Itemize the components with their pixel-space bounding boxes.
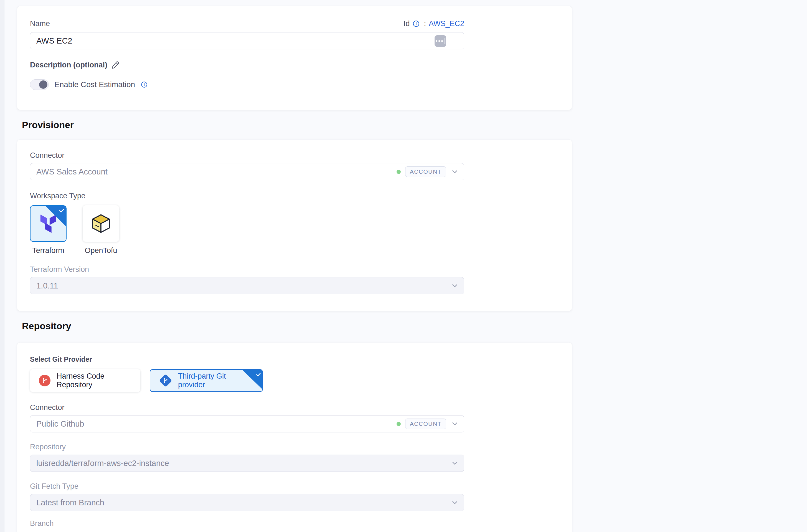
- connector-label: Connector: [30, 151, 464, 159]
- connector-label: Connector: [30, 403, 464, 411]
- provider-third-party-label: Third-party Git provider: [178, 372, 253, 389]
- toggle-knob: [39, 80, 47, 89]
- id-info-icon[interactable]: [412, 20, 420, 27]
- workspace-type-terraform[interactable]: [30, 205, 66, 242]
- chevron-down-icon: [450, 498, 459, 507]
- branch-label: Branch: [30, 519, 464, 527]
- name-input[interactable]: AWS EC2: [30, 32, 464, 50]
- terraform-tile-label: Terraform: [30, 246, 66, 255]
- connector-status-dot: [397, 170, 401, 174]
- workspace-type-label: Workspace Type: [30, 192, 464, 200]
- workspace-config-page: Name Id : AWS_EC2 AWS EC2: [17, 0, 572, 532]
- workspace-details-card: Name Id : AWS_EC2 AWS EC2: [17, 6, 572, 110]
- repository-value: luisredda/terraform-aws-ec2-instance: [36, 459, 169, 468]
- chevron-down-icon: [450, 282, 459, 290]
- repository-card: Select Git Provider Harness Code Reposit…: [17, 343, 572, 532]
- scope-badge: ACCOUNT: [405, 419, 446, 429]
- workspace-id-link[interactable]: AWS_EC2: [429, 19, 464, 28]
- provider-harness-label: Harness Code Repository: [57, 372, 132, 389]
- chevron-down-icon: [450, 420, 459, 428]
- left-panel-edge: [0, 0, 4, 532]
- workspace-id: Id : AWS_EC2: [404, 19, 464, 28]
- chevron-down-icon: [450, 459, 459, 468]
- git-icon: [159, 374, 172, 387]
- opentofu-logo-icon: [91, 213, 111, 233]
- id-label: Id: [404, 19, 410, 28]
- provisioner-heading: Provisioner: [22, 119, 572, 130]
- repository-select[interactable]: luisredda/terraform-aws-ec2-instance: [30, 455, 464, 472]
- repository-connector-select[interactable]: Public Github ACCOUNT: [30, 415, 464, 433]
- connector-status-dot: [397, 422, 401, 426]
- repository-heading: Repository: [22, 320, 572, 331]
- git-fetch-type-value: Latest from Branch: [36, 498, 104, 507]
- cost-estimation-label: Enable Cost Estimation: [54, 80, 135, 89]
- scope-badge: ACCOUNT: [405, 167, 446, 177]
- provider-harness-code[interactable]: Harness Code Repository: [30, 369, 140, 392]
- opentofu-tile-label: OpenTofu: [83, 246, 119, 255]
- provisioner-card: Connector AWS Sales Account ACCOUNT Work…: [17, 140, 572, 311]
- connector-value: AWS Sales Account: [36, 167, 108, 176]
- name-label: Name: [30, 20, 50, 27]
- repository-field-label: Repository: [30, 443, 464, 451]
- cost-estimation-info-icon[interactable]: [140, 81, 148, 88]
- name-input-value: AWS EC2: [36, 36, 72, 45]
- id-colon: :: [424, 19, 426, 28]
- provisioner-connector-select[interactable]: AWS Sales Account ACCOUNT: [30, 163, 464, 180]
- runtime-input-icon[interactable]: [435, 35, 446, 47]
- terraform-logo-icon: [40, 214, 57, 233]
- edit-pencil-icon[interactable]: [111, 61, 119, 69]
- terraform-version-value: 1.0.11: [36, 281, 58, 290]
- cost-estimation-toggle[interactable]: [30, 79, 49, 90]
- connector-value: Public Github: [36, 419, 84, 429]
- git-provider-label: Select Git Provider: [30, 355, 464, 363]
- workspace-type-opentofu[interactable]: [83, 205, 119, 242]
- git-fetch-type-select[interactable]: Latest from Branch: [30, 494, 464, 511]
- terraform-version-label: Terraform Version: [30, 265, 464, 273]
- terraform-version-select[interactable]: 1.0.11: [30, 277, 464, 294]
- provider-third-party-git[interactable]: Third-party Git provider: [150, 369, 263, 392]
- harness-code-icon: [39, 375, 51, 386]
- chevron-down-icon: [450, 168, 459, 176]
- description-label: Description (optional): [30, 61, 107, 69]
- git-fetch-type-label: Git Fetch Type: [30, 482, 464, 490]
